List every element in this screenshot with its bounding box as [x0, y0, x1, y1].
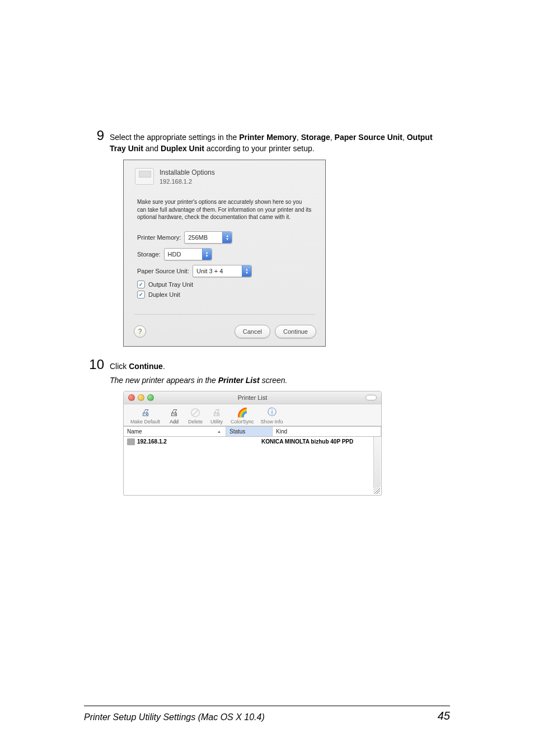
tool-label: Delete [188, 419, 203, 424]
dialog-instructions: Make sure your printer's options are acc… [124, 198, 325, 221]
installable-options-dialog: Installable Options 192.168.1.2 Make sur… [123, 160, 326, 347]
prohibit-icon [188, 407, 203, 419]
storage-select[interactable]: HDD ▲▼ [164, 248, 212, 260]
t: , [330, 133, 335, 142]
dialog-title: Installable Options [160, 169, 215, 176]
duplex-unit-label: Duplex Unit [148, 291, 180, 298]
t: Paper Source Unit [335, 133, 402, 142]
paper-source-unit-label: Paper Source Unit: [137, 268, 189, 274]
t: Printer List [218, 376, 260, 385]
printer-list-window: Printer List 🖨 Make Default 🖨 Add Delete… [123, 391, 382, 496]
chevron-updown-icon: ▲▼ [222, 232, 232, 243]
t: Click [110, 362, 129, 371]
step10-text: Click Continue. The new printer appears … [110, 361, 450, 386]
printer-memory-select[interactable]: 256MB ▲▼ [184, 231, 232, 244]
printer-row[interactable]: 192.168.1.2 KONICA MINOLTA bizhub 40P PP… [124, 437, 381, 447]
t: Continue [129, 362, 163, 371]
add-button[interactable]: 🖨 Add [165, 407, 184, 424]
zoom-window-icon[interactable] [147, 394, 154, 401]
resize-handle-icon[interactable] [373, 487, 380, 494]
column-header-status[interactable]: Status [226, 427, 273, 436]
duplex-unit-checkbox[interactable]: ✓ [137, 291, 145, 298]
footer-title: Printer Setup Utility Settings (Mac OS X… [84, 712, 265, 722]
t: The new printer appears in the [110, 376, 218, 385]
t: Select the appropriate settings in the [110, 133, 239, 142]
toolbar-toggle-icon[interactable] [366, 395, 377, 400]
show-info-button[interactable]: ⓘ Show Info [259, 407, 285, 424]
t: Storage [301, 133, 330, 142]
t: Printer Memory [239, 133, 297, 142]
tool-label: Make Default [130, 419, 160, 424]
printer-icon [127, 438, 135, 445]
printer-memory-label: Printer Memory: [137, 234, 181, 241]
page-number: 45 [438, 710, 450, 722]
printer-memory-value: 256MB [188, 234, 208, 241]
t: and [143, 144, 161, 153]
printer-kind: KONICA MINOLTA bizhub 40P PPD [261, 438, 378, 445]
t: , [297, 133, 301, 142]
utility-button[interactable]: 🖨 Utility [207, 407, 226, 424]
printer-icon [135, 168, 154, 185]
close-window-icon[interactable] [128, 394, 135, 401]
svg-line-1 [193, 409, 199, 416]
paper-source-unit-select[interactable]: Unit 3 + 4 ▲▼ [193, 265, 252, 277]
cancel-button[interactable]: Cancel [235, 325, 270, 338]
tool-label: Utility [210, 419, 223, 424]
t: according to your printer setup. [204, 144, 315, 153]
column-header-name[interactable]: Name ▲ [124, 427, 226, 436]
make-default-button[interactable]: 🖨 Make Default [128, 407, 162, 424]
printer-icon: 🖨 [138, 407, 153, 419]
printer-status [222, 438, 261, 445]
t: screen. [260, 376, 288, 385]
chevron-updown-icon: ▲▼ [202, 249, 212, 260]
colorsync-button[interactable]: 🌈 ColorSync [228, 407, 256, 424]
continue-button[interactable]: Continue [275, 325, 316, 338]
add-printer-icon: 🖨 [167, 407, 181, 419]
printer-name: 192.168.1.2 [137, 438, 167, 445]
colorsync-icon: 🌈 [235, 407, 250, 419]
t: . [163, 362, 165, 371]
step-number-9: 9 [84, 129, 104, 142]
sort-asc-icon: ▲ [217, 430, 221, 433]
output-tray-unit-checkbox[interactable]: ✓ [137, 281, 145, 288]
t: , [402, 133, 407, 142]
step-number-10: 10 [84, 358, 104, 371]
info-icon: ⓘ [265, 407, 279, 419]
step9-text: Select the appropriate settings in the P… [110, 132, 450, 154]
tool-label: Show Info [261, 419, 283, 424]
tool-label: ColorSync [231, 419, 254, 424]
storage-value: HDD [168, 251, 181, 258]
t: Duplex Unit [161, 144, 204, 153]
tool-label: Add [170, 419, 179, 424]
output-tray-unit-label: Output Tray Unit [148, 281, 193, 288]
help-button[interactable]: ? [134, 325, 146, 338]
delete-button[interactable]: Delete [186, 407, 205, 424]
chevron-updown-icon: ▲▼ [242, 265, 251, 277]
th-label: Name [127, 428, 142, 435]
utility-icon: 🖨 [209, 407, 224, 419]
paper-source-unit-value: Unit 3 + 4 [196, 268, 223, 274]
column-header-kind[interactable]: Kind [273, 427, 381, 436]
dialog-ip: 192.168.1.2 [160, 178, 215, 185]
storage-label: Storage: [137, 251, 161, 258]
minimize-window-icon[interactable] [138, 394, 144, 401]
window-title: Printer List [124, 394, 381, 401]
